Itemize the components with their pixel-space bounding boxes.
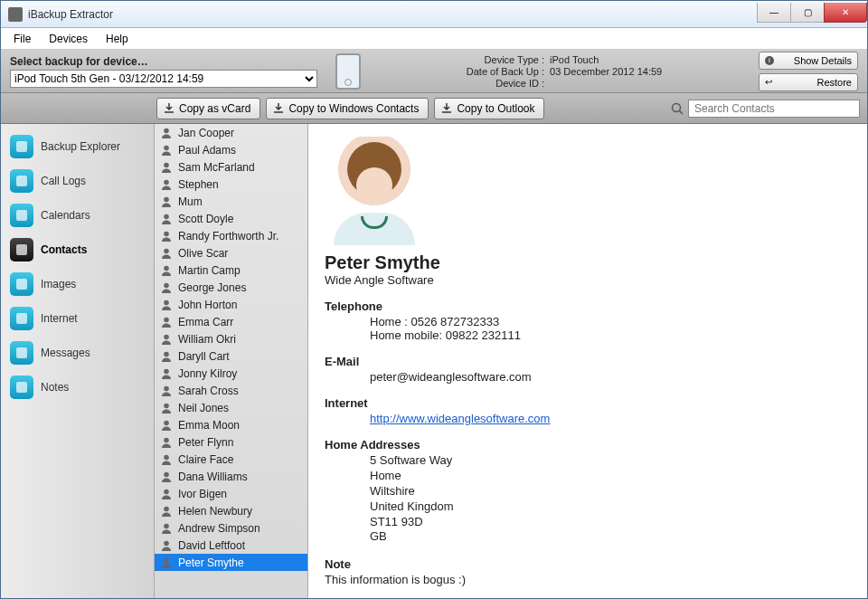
search (670, 100, 860, 118)
contact-list-item[interactable]: Dana Williams (155, 468, 307, 485)
sidebar-item-messages[interactable]: Messages (1, 336, 154, 370)
sidebar-item-calendars[interactable]: Calendars (1, 198, 154, 233)
contact-list-item[interactable]: Peter Flynn (155, 433, 307, 451)
contact-list-name: Andrew Simpson (178, 522, 260, 535)
contact-list-item[interactable]: Neil Jones (155, 399, 307, 416)
sidebar-item-label: Backup Explorer (41, 140, 120, 153)
search-input[interactable] (688, 100, 860, 118)
contact-list-item[interactable]: Stephen (155, 176, 307, 193)
menu-help[interactable]: Help (97, 30, 137, 48)
menu-file[interactable]: File (5, 30, 40, 48)
contact-list-item[interactable]: Randy Forthworth Jr. (155, 227, 307, 244)
contact-list-name: Daryll Cart (178, 350, 230, 363)
person-icon (160, 539, 173, 552)
contact-list-item[interactable]: Claire Face (155, 451, 307, 468)
minimize-button[interactable]: — (757, 3, 791, 23)
sidebar-item-contacts[interactable]: Contacts (1, 233, 154, 267)
contact-list-item[interactable]: Jonny Kilroy (155, 365, 307, 382)
address-line: ST11 93D (370, 515, 851, 530)
copy-outlook-button[interactable]: Copy to Outlook (434, 98, 544, 119)
contact-list-name: Claire Face (178, 453, 233, 466)
person-icon (160, 453, 173, 466)
contact-list-item[interactable]: George Jones (155, 279, 307, 296)
svg-point-24 (164, 368, 169, 374)
svg-line-1 (680, 110, 684, 114)
cal-icon (10, 204, 33, 227)
sidebar-item-call-logs[interactable]: Call Logs (1, 164, 154, 198)
contact-list-item[interactable]: Peter Smythe (155, 554, 307, 571)
contact-list-item[interactable]: Paul Adams (155, 141, 307, 158)
notes-icon (10, 376, 33, 399)
backup-selector: Select backup for device… iPod Touch 5th… (10, 55, 317, 88)
svg-rect-7 (16, 313, 27, 324)
contact-list-item[interactable]: Andrew Simpson (155, 519, 307, 537)
download-icon (272, 102, 285, 115)
contact-list[interactable]: Jan CooperPaul AdamsSam McFarlandStephen… (155, 124, 308, 598)
address-line: 5 Software Way (370, 453, 851, 469)
contact-list-item[interactable]: Mum (155, 193, 307, 210)
copy-vcard-button[interactable]: Copy as vCard (156, 98, 260, 119)
menu-devices[interactable]: Devices (40, 30, 97, 48)
contact-list-item[interactable]: David Leftfoot (155, 537, 307, 554)
sidebar-item-backup-explorer[interactable]: Backup Explorer (1, 129, 154, 164)
svg-point-21 (164, 317, 169, 322)
msg-icon (10, 341, 33, 365)
svg-point-33 (164, 523, 169, 528)
contact-list-name: David Leftfoot (178, 539, 245, 552)
contact-list-item[interactable]: John Horton (155, 296, 307, 313)
show-details-button[interactable]: i Show Details (759, 52, 858, 70)
person-icon (10, 238, 33, 261)
contact-list-item[interactable]: Sam McFarland (155, 158, 307, 176)
backup-select[interactable]: iPod Touch 5th Gen - 03/12/2012 14:59 (10, 70, 317, 88)
backup-date-value: 03 December 2012 14:59 (550, 66, 750, 77)
person-icon (160, 195, 173, 208)
contact-list-name: Sarah Cross (178, 385, 239, 397)
contact-list-name: Paul Adams (178, 144, 236, 157)
copy-windows-contacts-button[interactable]: Copy to Windows Contacts (266, 98, 429, 119)
contact-list-item[interactable]: Olive Scar (155, 244, 307, 261)
restore-button[interactable]: ↩ Restore (759, 73, 858, 91)
sidebar: Backup ExplorerCall LogsCalendarsContact… (1, 124, 155, 598)
svg-point-15 (164, 214, 169, 219)
contact-list-item[interactable]: Emma Carr (155, 313, 307, 330)
window-title: iBackup Extractor (28, 8, 758, 21)
contact-list-item[interactable]: Ivor Bigen (155, 485, 307, 502)
sidebar-item-images[interactable]: Images (1, 267, 154, 301)
contact-list-item[interactable]: William Okri (155, 330, 307, 347)
internet-link[interactable]: http://www.wideanglesoftware.com (370, 412, 550, 425)
contact-avatar (325, 137, 424, 245)
contact-list-item[interactable]: Jan Cooper (155, 124, 307, 141)
person-icon (160, 161, 173, 174)
svg-point-35 (164, 557, 169, 563)
contact-list-item[interactable]: Emma Moon (155, 416, 307, 433)
contact-list-item[interactable]: Martin Camp (155, 261, 307, 279)
contact-list-name: Helen Newbury (178, 505, 252, 518)
contact-list-name: Olive Scar (178, 247, 228, 260)
sidebar-item-notes[interactable]: Notes (1, 370, 154, 404)
contact-list-name: Peter Flynn (178, 436, 233, 449)
phone-icon (10, 169, 33, 193)
contact-list-item[interactable]: Daryll Cart (155, 347, 307, 365)
close-button[interactable]: ✕ (824, 3, 867, 23)
contact-list-item[interactable]: Sarah Cross (155, 382, 307, 399)
contact-list-name: Jan Cooper (178, 127, 234, 139)
info-bar: Select backup for device… iPod Touch 5th… (1, 50, 867, 93)
window-buttons: — ▢ ✕ (758, 3, 867, 23)
sidebar-item-label: Internet (41, 312, 78, 325)
person-icon (160, 385, 173, 397)
svg-point-20 (164, 300, 169, 305)
person-icon (160, 144, 173, 157)
person-icon (160, 350, 173, 363)
contact-list-item[interactable]: Scott Doyle (155, 210, 307, 227)
telephone-header: Telephone (325, 300, 851, 313)
maximize-button[interactable]: ▢ (790, 3, 825, 23)
sidebar-item-internet[interactable]: Internet (1, 301, 154, 336)
sidebar-item-label: Call Logs (41, 175, 86, 187)
person-icon (160, 556, 173, 569)
email-header: E-Mail (325, 355, 851, 368)
contact-list-name: Scott Doyle (178, 213, 233, 225)
svg-point-32 (164, 506, 169, 511)
contact-list-item[interactable]: Helen Newbury (155, 502, 307, 519)
person-icon (160, 419, 173, 432)
address-line: Home (370, 469, 851, 484)
